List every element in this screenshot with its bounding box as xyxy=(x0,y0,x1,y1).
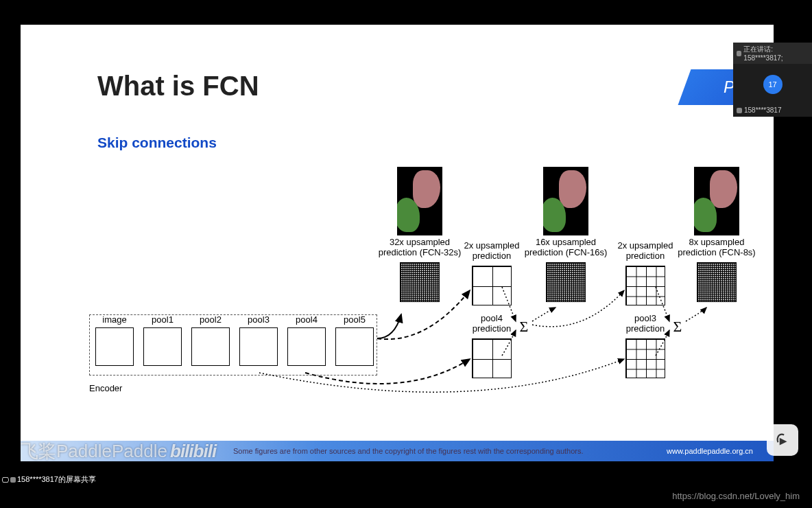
footer-url: www.paddlepaddle.org.cn xyxy=(667,447,753,455)
grid-icon xyxy=(625,338,665,378)
presenter-status-bar: 🖵158****3817的屏幕共享 xyxy=(0,474,97,485)
grid-icon xyxy=(400,262,440,302)
slide-title: What is FCN xyxy=(97,71,259,102)
grid-icon xyxy=(546,262,586,302)
output-label: 8x upsampledprediction (FCN-8s) xyxy=(665,238,768,258)
grid-icon xyxy=(143,327,182,366)
enc-col-label: image xyxy=(102,314,126,325)
watermark-channel: 飞桨PaddlePaddle xyxy=(21,439,167,463)
footer-text: Some figures are from other sources and … xyxy=(233,447,584,455)
pip-avatar: 17 xyxy=(763,75,783,94)
presentation-slide: What is FCN Skip connections P Encoder i… xyxy=(21,25,774,461)
enc-col-label: pool5 xyxy=(344,314,366,325)
mic-icon xyxy=(10,477,16,483)
segmentation-preview xyxy=(694,167,739,235)
pip-name-label: 158****3817 xyxy=(733,105,812,115)
encoder-label: Encoder xyxy=(89,383,122,393)
segmentation-preview xyxy=(543,167,588,235)
enc-col-label: pool3 xyxy=(248,314,270,325)
enc-col-label: pool1 xyxy=(152,314,174,325)
grid-icon xyxy=(697,262,737,302)
grid-icon xyxy=(472,338,512,378)
enc-col-label: pool4 xyxy=(296,314,318,325)
mic-icon xyxy=(737,108,742,113)
output-label: 32x upsampledprediction (FCN-32s) xyxy=(372,238,468,258)
grid-icon xyxy=(239,327,278,366)
play-icon xyxy=(774,431,791,449)
watermark-bilibili: bilibili xyxy=(170,441,216,462)
segmentation-preview xyxy=(397,167,442,235)
sigma-icon: Σ xyxy=(671,318,684,334)
grid-icon xyxy=(191,327,230,366)
fcn-diagram: Encoder image pool1 pool2 pool3 pool4 po… xyxy=(89,167,754,404)
grid-icon xyxy=(335,327,374,366)
sigma-icon: Σ xyxy=(517,318,531,334)
grid-icon xyxy=(287,327,326,366)
participant-pip[interactable]: 正在讲话: 158****3817; 17 158****3817 xyxy=(733,43,812,117)
grid-icon xyxy=(95,327,134,366)
pip-speaking-label: 正在讲话: 158****3817; xyxy=(733,43,812,64)
grid-icon xyxy=(472,266,512,305)
output-label: 16x upsampledprediction (FCN-16s) xyxy=(514,238,617,258)
screen-icon: 🖵 xyxy=(1,476,9,484)
grid-icon xyxy=(625,266,665,305)
enc-col-label: pool2 xyxy=(200,314,222,325)
play-next-button[interactable] xyxy=(767,424,798,456)
slide-subtitle: Skip connections xyxy=(97,135,217,151)
mic-icon xyxy=(737,51,741,56)
watermark-csdn: https://blog.csdn.net/Lovely_him xyxy=(672,491,800,501)
